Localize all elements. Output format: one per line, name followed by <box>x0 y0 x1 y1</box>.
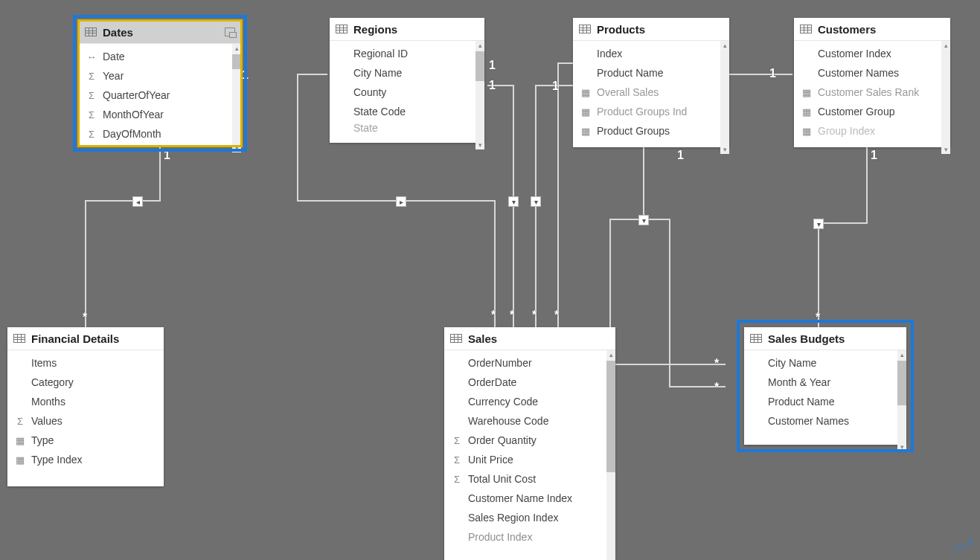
model-view-canvas[interactable]: ◂ ▸ ▾ ▾ ▾ ▾ 1 * 1 1 1 1 1 1 1 * * * * * … <box>0 0 980 560</box>
table-header[interactable]: Customers <box>794 18 950 41</box>
field-row[interactable]: ΣYear <box>79 66 241 86</box>
svg-point-0 <box>970 539 972 541</box>
field-row[interactable]: OrderNumber <box>444 353 615 373</box>
field-row[interactable]: Regional ID <box>330 44 484 63</box>
calc-column-icon: ▦ <box>800 106 813 118</box>
sigma-icon: Σ <box>85 71 98 82</box>
field-row[interactable]: Customer Names <box>794 63 950 83</box>
table-sales-budgets[interactable]: Sales Budgets City Name Month & Year Pro… <box>744 327 906 445</box>
maximize-icon[interactable] <box>225 28 235 36</box>
field-row[interactable]: Index <box>573 44 729 63</box>
field-row[interactable]: Sales Region Index <box>444 508 615 527</box>
scroll-thumb[interactable] <box>897 361 906 405</box>
field-row[interactable]: Month & Year <box>744 373 906 392</box>
scroll-up-icon[interactable]: ▴ <box>232 44 241 53</box>
relationship-filter-arrow[interactable]: ▾ <box>638 215 649 225</box>
table-header[interactable]: Sales Budgets <box>744 327 906 350</box>
cardinality-many: * <box>816 311 820 324</box>
field-row[interactable]: Items <box>7 353 164 373</box>
field-row[interactable]: ΣUnit Price <box>444 450 615 469</box>
field-row[interactable]: OrderDate <box>444 373 615 392</box>
table-title: Sales <box>468 332 497 345</box>
field-row[interactable]: ▦Customer Sales Rank <box>794 83 950 102</box>
relationship-filter-arrow[interactable]: ▸ <box>396 196 406 207</box>
scroll-up-icon[interactable]: ▴ <box>720 41 729 50</box>
field-row[interactable]: Customer Names <box>744 411 906 431</box>
table-financial-details[interactable]: Financial Details Items Category Months … <box>7 327 164 486</box>
watermark-logo-icon <box>950 538 974 556</box>
field-row[interactable]: ▦Customer Group <box>794 102 950 121</box>
calc-column-icon: ▦ <box>13 435 27 446</box>
field-row[interactable]: ▦Group Index <box>794 121 950 141</box>
table-products[interactable]: Products Index Product Name ▦Overall Sal… <box>573 18 729 147</box>
table-header[interactable]: Sales <box>444 327 615 350</box>
scroll-up-icon[interactable]: ▴ <box>941 41 950 50</box>
table-header[interactable]: Dates <box>79 21 241 44</box>
scroll-down-icon[interactable]: ▾ <box>897 442 906 451</box>
field-row[interactable]: Product Index <box>444 527 615 547</box>
cardinality-many: * <box>714 381 719 394</box>
relationship-filter-arrow[interactable]: ◂ <box>132 196 143 207</box>
calc-column-icon: ▦ <box>800 126 813 137</box>
scroll-down-icon[interactable]: ▾ <box>941 145 950 154</box>
field-list: Items Category Months ΣValues ▦Type ▦Typ… <box>7 350 164 493</box>
field-row[interactable]: ΣTotal Unit Cost <box>444 469 615 489</box>
field-row[interactable]: Currency Code <box>444 392 615 411</box>
field-row[interactable]: ↔Date <box>79 47 241 66</box>
scroll-track[interactable]: ▴ ▾ <box>475 41 484 149</box>
scroll-track[interactable]: ▴ ▾ <box>232 44 241 152</box>
field-row[interactable]: State Code <box>330 102 484 121</box>
scroll-up-icon[interactable]: ▴ <box>606 350 615 359</box>
field-row[interactable]: ΣDayOfMonth <box>79 124 241 144</box>
field-row[interactable]: Months <box>7 392 164 411</box>
field-row[interactable]: ΣQuarterOfYear <box>79 86 241 105</box>
field-row[interactable]: City Name <box>744 353 906 373</box>
field-row[interactable]: Product Name <box>573 63 729 83</box>
field-row[interactable]: ΣValues <box>7 411 164 431</box>
field-row[interactable]: Category <box>7 373 164 392</box>
scroll-up-icon[interactable]: ▴ <box>897 350 906 359</box>
scroll-down-icon[interactable]: ▾ <box>475 141 484 149</box>
cardinality-one: 1 <box>489 59 496 72</box>
table-customers[interactable]: Customers Customer Index Customer Names … <box>794 18 950 147</box>
field-row[interactable]: ▦Type <box>7 431 164 450</box>
cardinality-one: 1 <box>489 79 496 92</box>
field-row[interactable]: State <box>330 121 484 135</box>
scroll-track[interactable]: ▴ ▾ <box>897 350 906 451</box>
field-row[interactable]: ▦Product Groups Ind <box>573 102 729 121</box>
field-row[interactable]: Warehouse Code <box>444 411 615 431</box>
scroll-thumb[interactable] <box>606 361 615 472</box>
scroll-thumb[interactable] <box>232 54 241 69</box>
field-row[interactable]: Product Name <box>744 392 906 411</box>
table-sales[interactable]: Sales OrderNumber OrderDate Currency Cod… <box>444 327 615 560</box>
table-header[interactable]: Regions <box>330 18 484 41</box>
field-list: OrderNumber OrderDate Currency Code Ware… <box>444 350 615 560</box>
relationship-filter-arrow[interactable]: ▾ <box>531 196 541 207</box>
field-row[interactable]: ▦Overall Sales <box>573 83 729 102</box>
table-dates[interactable]: Dates ↔Date ΣYear ΣQuarterOfYear ΣMonthO… <box>79 21 241 146</box>
scroll-down-icon[interactable]: ▾ <box>232 144 241 152</box>
field-list: Regional ID City Name County State Code … <box>330 41 484 149</box>
scroll-track[interactable]: ▴ ▾ <box>720 41 729 154</box>
field-row[interactable]: City Name <box>330 63 484 83</box>
field-row[interactable]: ΣMonthOfYear <box>79 105 241 124</box>
field-row[interactable]: ▦Product Groups <box>573 121 729 141</box>
scroll-track[interactable]: ▴ ▾ <box>941 41 950 154</box>
field-row[interactable]: Customer Index <box>794 44 950 63</box>
table-icon <box>85 28 97 36</box>
field-row[interactable]: County <box>330 83 484 102</box>
calc-column-icon: ▦ <box>800 87 813 98</box>
scroll-thumb[interactable] <box>475 51 484 81</box>
scroll-up-icon[interactable]: ▴ <box>475 41 484 50</box>
relationship-filter-arrow[interactable]: ▾ <box>813 219 824 229</box>
table-header[interactable]: Products <box>573 18 729 41</box>
field-row[interactable]: ▦Type Index <box>7 450 164 469</box>
field-row[interactable]: ΣOrder Quantity <box>444 431 615 450</box>
relationship-filter-arrow[interactable]: ▾ <box>508 196 519 207</box>
table-regions[interactable]: Regions Regional ID City Name County Sta… <box>330 18 484 143</box>
scroll-down-icon[interactable]: ▾ <box>720 145 729 154</box>
table-header[interactable]: Financial Details <box>7 327 164 350</box>
field-row[interactable]: Customer Name Index <box>444 489 615 508</box>
scroll-track[interactable]: ▴ ▾ <box>606 350 615 560</box>
table-icon <box>450 334 462 343</box>
